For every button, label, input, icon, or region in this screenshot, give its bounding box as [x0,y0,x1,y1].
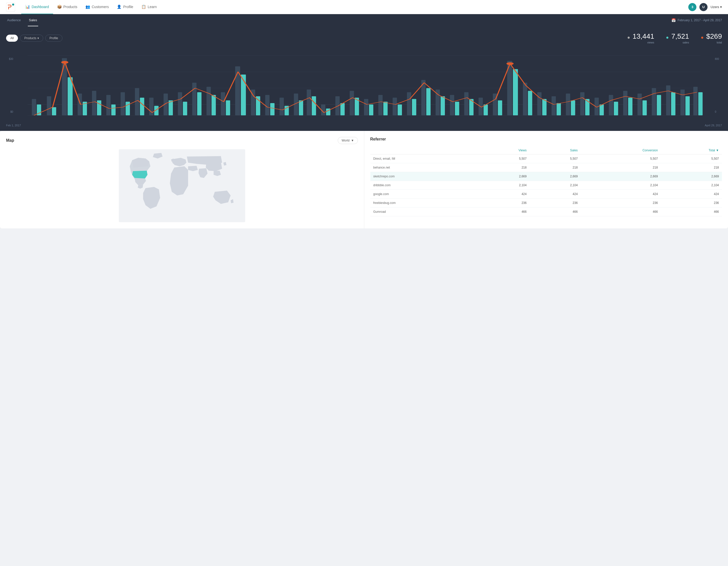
col-views: Views [477,147,530,154]
cell-total: 2,669 [661,172,722,181]
sales-label: sales [666,41,689,44]
total-dot [701,37,703,39]
nav-dashboard[interactable]: 📊 Dashboard [21,0,53,14]
svg-rect-91 [623,91,627,116]
table-row: dribbble.com2,1042,1042,1042,104 [370,181,722,190]
nav-learn[interactable]: 📋 Learn [137,0,161,14]
stat-sales: 7,521 sales [666,32,689,44]
cell-sales: 218 [530,163,581,172]
stat-total: $269 total [701,32,722,44]
svg-rect-78 [528,91,532,116]
svg-rect-101 [693,87,698,115]
svg-rect-28 [169,100,173,115]
svg-rect-66 [441,96,445,115]
chart-x-start: Feb 1, 2017 [6,124,21,127]
cell-source: sketchrepo.com [370,172,477,181]
svg-rect-43 [280,98,284,115]
views-dot [628,37,630,39]
col-total[interactable]: Total ▼ [661,147,722,154]
user-icon: 👤 [117,5,122,9]
sub-nav-left: Audience Sales [6,14,38,26]
svg-rect-69 [464,92,468,116]
svg-rect-77 [523,83,527,115]
col-sales: Sales [530,147,581,154]
sub-nav-sales[interactable]: Sales [28,14,38,26]
y-label-top-left: $30 [6,58,13,60]
users-icon: 👥 [85,5,90,9]
referrer-table: Views Sales Conversion Total ▼ Direct, e… [370,147,722,216]
avatar: U [699,3,708,11]
svg-rect-31 [192,83,196,115]
total-value: $269 [701,32,722,40]
filter-all[interactable]: All [6,35,18,42]
svg-rect-51 [335,96,340,115]
cell-source: behance.net [370,163,477,172]
cell-conversion: 5,507 [581,154,661,163]
user-dropdown[interactable]: Uzers ▾ [711,5,722,9]
calendar-icon: 📅 [671,18,676,22]
sales-dot [666,37,668,39]
chart-svg [6,50,722,121]
filter-products[interactable]: Products ▾ [20,35,43,42]
views-value: 13,441 [628,32,654,40]
svg-rect-19 [106,95,110,116]
user-name: Uzers [711,5,719,9]
cell-source: Gumroad [370,208,477,216]
svg-rect-85 [580,92,584,116]
stats-bar: All Products ▾ Profile 13,441 views 7,52… [6,32,722,44]
cell-sales: 466 [530,208,581,216]
chart-peak-dot [61,61,68,64]
referrer-table-head: Views Sales Conversion Total ▼ [370,147,722,154]
table-row: Direct, email, IM5,5075,5075,5075,507 [370,154,722,163]
svg-rect-60 [398,104,402,115]
cell-views: 2,669 [477,172,530,181]
nav-profile[interactable]: 👤 Profile [113,0,137,14]
referrer-title: Referrer [370,137,386,142]
chart-container: $30 $0 800 0 [6,50,722,121]
cell-total: 424 [661,190,722,199]
filter-profile[interactable]: Profile [45,35,62,42]
y-label-top-right: 800 [715,58,722,60]
svg-rect-24 [140,98,144,115]
svg-rect-12 [52,107,56,115]
chevron-down-icon: ▼ [351,139,354,142]
svg-rect-102 [698,92,703,116]
sub-nav-audience[interactable]: Audience [6,14,22,26]
cell-total: 5,507 [661,154,722,163]
svg-rect-61 [407,92,411,116]
table-row: behance.net218218218218 [370,163,722,172]
world-select[interactable]: World ▼ [338,137,358,144]
chevron-down-icon: ▾ [37,36,39,40]
sub-nav: Audience Sales 📅 February 1, 2017 - Apri… [0,14,728,26]
svg-rect-30 [183,102,187,116]
referrer-section: Referrer Views Sales Conversion Total ▼ … [364,131,728,229]
svg-rect-92 [628,98,632,115]
notification-badge[interactable]: 3 [688,3,696,11]
svg-rect-14 [68,77,73,116]
cell-sales: 2,669 [530,172,581,181]
referrer-header: Referrer [370,137,722,142]
svg-rect-29 [178,92,182,116]
stat-views: 13,441 views [628,32,654,44]
svg-rect-99 [680,90,685,115]
cell-source: google.com [370,190,477,199]
svg-rect-42 [270,103,275,115]
cell-views: 218 [477,163,530,172]
svg-rect-97 [666,85,670,115]
header: 📊 Dashboard 📦 Products 👥 Customers 👤 Pro… [0,0,728,14]
svg-rect-33 [207,87,211,115]
cell-conversion: 2,669 [581,172,661,181]
svg-rect-83 [566,94,570,115]
svg-rect-52 [340,103,345,115]
cell-total: 236 [661,199,722,208]
cell-total: 218 [661,163,722,172]
svg-rect-90 [614,102,618,116]
filter-buttons: All Products ▾ Profile [6,35,62,42]
nav-customers[interactable]: 👥 Customers [81,0,113,14]
nav-products[interactable]: 📦 Products [53,0,81,14]
svg-rect-41 [265,95,269,116]
svg-rect-34 [212,95,216,116]
y-label-bottom-left: $0 [6,110,13,113]
svg-rect-11 [47,96,51,115]
svg-rect-55 [364,99,368,116]
